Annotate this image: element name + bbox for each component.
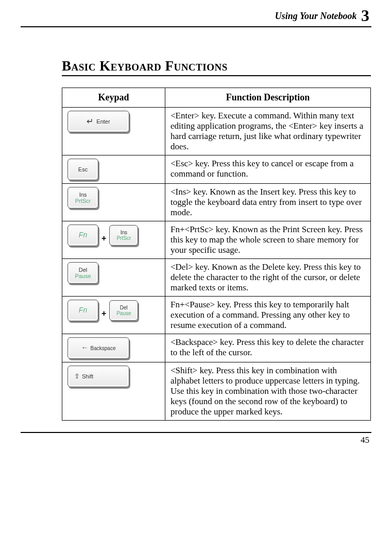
key-combo: Fn + Del Pause xyxy=(67,300,160,321)
plus-icon: + xyxy=(101,309,106,318)
desc-cell: <Del> key. Known as the Delete key. Pres… xyxy=(165,259,371,297)
fn-label: Fn xyxy=(79,306,87,314)
keypad-cell: Esc xyxy=(62,155,165,184)
desc-cell: <Backspace> key. Press this key to delet… xyxy=(165,334,371,362)
backspace-label: Backspace xyxy=(91,345,116,351)
fn-key-icon: Fn xyxy=(67,224,98,246)
enter-key-label: Enter xyxy=(96,118,110,125)
del-label: Del xyxy=(79,267,88,273)
desc-cell: <Enter> key. Execute a command. Within m… xyxy=(165,108,371,155)
keypad-cell: ← Backspace xyxy=(62,334,165,362)
top-rule xyxy=(21,26,371,27)
shift-arrow-icon: ⇧ xyxy=(74,373,80,380)
backspace-key-icon: ← Backspace xyxy=(67,337,129,359)
fn-label: Fn xyxy=(79,231,87,239)
table-row: Esc <Esc> key. Press this key to cancel … xyxy=(62,155,371,184)
ins-label: Ins xyxy=(121,230,127,235)
esc-key-label: Esc xyxy=(78,166,88,172)
table-row: Fn + Del Pause Fn+<Pause> key. Press thi… xyxy=(62,297,371,334)
table-row: ⇧ Shift <Shift> key. Press this key in c… xyxy=(62,362,371,421)
prtscr-label: PrtScr xyxy=(116,235,131,241)
keypad-cell: ⇧ Shift xyxy=(62,362,165,421)
enter-key-icon: ↵ Enter xyxy=(67,111,129,132)
esc-key-icon: Esc xyxy=(67,159,98,180)
key-combo: Fn + Ins PrtScr xyxy=(67,224,160,246)
table-row: Del Pause <Del> key. Known as the Delete… xyxy=(62,259,371,297)
bottom-rule xyxy=(21,432,371,433)
ins-key-icon: Ins PrtScr xyxy=(67,187,98,209)
table-header-row: Keypad Function Description xyxy=(62,88,371,108)
pause-label: Pause xyxy=(116,310,131,316)
table-row: Fn + Ins PrtScr Fn+<PrtSc> key. Known as… xyxy=(62,221,371,259)
content-area: Basic Keyboard Functions Keypad Function… xyxy=(62,58,371,421)
desc-cell: Fn+<PrtSc> key. Known as the Print Scree… xyxy=(165,221,371,259)
desc-cell: Fn+<Pause> key. Press this key to tempor… xyxy=(165,297,371,334)
fn-key-icon: Fn xyxy=(67,300,98,321)
table-row: ↵ Enter <Enter> key. Execute a command. … xyxy=(62,108,371,155)
running-head-text: Using Your Notebook xyxy=(275,11,357,21)
enter-arrow-icon: ↵ xyxy=(87,117,93,126)
chapter-number: 3 xyxy=(361,6,369,25)
ins-prtscr-key-icon: Ins PrtScr xyxy=(109,225,138,246)
keypad-cell: Fn + Ins PrtScr xyxy=(62,221,165,259)
desc-cell: <Ins> key. Known as the Insert key. Pres… xyxy=(165,184,371,221)
keypad-cell: Ins PrtScr xyxy=(62,184,165,221)
plus-icon: + xyxy=(101,234,106,243)
shift-label: Shift xyxy=(82,373,93,379)
running-head: Using Your Notebook 3 xyxy=(21,6,371,25)
page: Using Your Notebook 3 Basic Keyboard Fun… xyxy=(0,0,392,456)
table-row: Ins PrtScr <Ins> key. Known as the Inser… xyxy=(62,184,371,221)
keyboard-functions-table: Keypad Function Description ↵ Enter <Ent… xyxy=(62,88,371,421)
shift-key-icon: ⇧ Shift xyxy=(67,366,129,387)
section-title: Basic Keyboard Functions xyxy=(62,58,371,76)
keypad-cell: ↵ Enter xyxy=(62,108,165,155)
page-number: 45 xyxy=(21,435,371,445)
del-key-icon: Del Pause xyxy=(67,262,98,284)
keypad-cell: Del Pause xyxy=(62,259,165,297)
del-label: Del xyxy=(120,305,128,310)
table-row: ← Backspace <Backspace> key. Press this … xyxy=(62,334,371,362)
header-desc: Function Description xyxy=(165,88,371,108)
keypad-cell: Fn + Del Pause xyxy=(62,297,165,334)
prtscr-label: PrtScr xyxy=(75,198,91,204)
desc-cell: <Shift> key. Press this key in combinati… xyxy=(165,362,371,421)
backspace-arrow-icon: ← xyxy=(81,344,89,352)
pause-label: Pause xyxy=(75,273,91,279)
header-keypad: Keypad xyxy=(62,88,165,108)
desc-cell: <Esc> key. Press this key to cancel or e… xyxy=(165,155,371,184)
del-pause-key-icon: Del Pause xyxy=(109,300,138,321)
ins-label: Ins xyxy=(79,192,87,198)
